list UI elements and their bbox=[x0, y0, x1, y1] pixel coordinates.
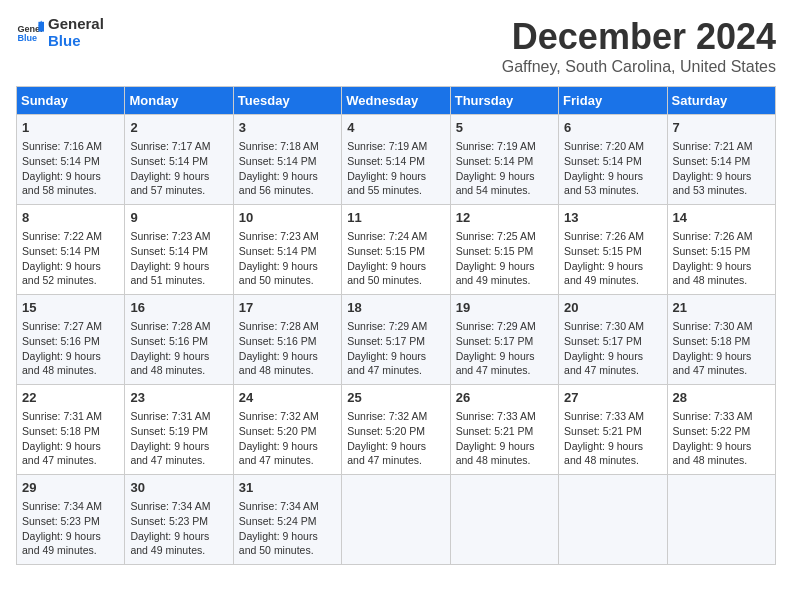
sunrise-text: Sunrise: 7:30 AM bbox=[673, 319, 770, 334]
sunset-text: Sunset: 5:24 PM bbox=[239, 514, 336, 529]
calendar-cell: 27Sunrise: 7:33 AMSunset: 5:21 PMDayligh… bbox=[559, 385, 667, 475]
daylight-text: Daylight: 9 hours and 47 minutes. bbox=[347, 349, 444, 378]
sunrise-text: Sunrise: 7:33 AM bbox=[456, 409, 553, 424]
day-number: 29 bbox=[22, 479, 119, 497]
calendar-body: 1Sunrise: 7:16 AMSunset: 5:14 PMDaylight… bbox=[17, 115, 776, 565]
daylight-text: Daylight: 9 hours and 48 minutes. bbox=[456, 439, 553, 468]
logo-general: General bbox=[48, 16, 104, 33]
calendar-cell: 20Sunrise: 7:30 AMSunset: 5:17 PMDayligh… bbox=[559, 295, 667, 385]
calendar-cell bbox=[450, 475, 558, 565]
calendar-title: December 2024 bbox=[502, 16, 776, 58]
daylight-text: Daylight: 9 hours and 49 minutes. bbox=[130, 529, 227, 558]
sunrise-text: Sunrise: 7:34 AM bbox=[239, 499, 336, 514]
daylight-text: Daylight: 9 hours and 47 minutes. bbox=[564, 349, 661, 378]
week-row-3: 15Sunrise: 7:27 AMSunset: 5:16 PMDayligh… bbox=[17, 295, 776, 385]
sunrise-text: Sunrise: 7:29 AM bbox=[347, 319, 444, 334]
daylight-text: Daylight: 9 hours and 52 minutes. bbox=[22, 259, 119, 288]
sunrise-text: Sunrise: 7:16 AM bbox=[22, 139, 119, 154]
day-number: 1 bbox=[22, 119, 119, 137]
sunrise-text: Sunrise: 7:31 AM bbox=[22, 409, 119, 424]
sunrise-text: Sunrise: 7:28 AM bbox=[239, 319, 336, 334]
calendar-cell: 14Sunrise: 7:26 AMSunset: 5:15 PMDayligh… bbox=[667, 205, 775, 295]
sunset-text: Sunset: 5:19 PM bbox=[130, 424, 227, 439]
header-day-sunday: Sunday bbox=[17, 87, 125, 115]
day-number: 7 bbox=[673, 119, 770, 137]
header-day-monday: Monday bbox=[125, 87, 233, 115]
day-number: 19 bbox=[456, 299, 553, 317]
calendar-cell: 25Sunrise: 7:32 AMSunset: 5:20 PMDayligh… bbox=[342, 385, 450, 475]
week-row-5: 29Sunrise: 7:34 AMSunset: 5:23 PMDayligh… bbox=[17, 475, 776, 565]
daylight-text: Daylight: 9 hours and 47 minutes. bbox=[22, 439, 119, 468]
daylight-text: Daylight: 9 hours and 48 minutes. bbox=[564, 439, 661, 468]
sunset-text: Sunset: 5:21 PM bbox=[564, 424, 661, 439]
day-number: 27 bbox=[564, 389, 661, 407]
day-number: 15 bbox=[22, 299, 119, 317]
calendar-cell: 23Sunrise: 7:31 AMSunset: 5:19 PMDayligh… bbox=[125, 385, 233, 475]
calendar-cell: 28Sunrise: 7:33 AMSunset: 5:22 PMDayligh… bbox=[667, 385, 775, 475]
daylight-text: Daylight: 9 hours and 51 minutes. bbox=[130, 259, 227, 288]
sunset-text: Sunset: 5:23 PM bbox=[22, 514, 119, 529]
calendar-cell: 1Sunrise: 7:16 AMSunset: 5:14 PMDaylight… bbox=[17, 115, 125, 205]
sunrise-text: Sunrise: 7:20 AM bbox=[564, 139, 661, 154]
day-number: 4 bbox=[347, 119, 444, 137]
daylight-text: Daylight: 9 hours and 48 minutes. bbox=[673, 439, 770, 468]
sunset-text: Sunset: 5:14 PM bbox=[564, 154, 661, 169]
day-number: 30 bbox=[130, 479, 227, 497]
header: General Blue General Blue December 2024 … bbox=[16, 16, 776, 76]
sunrise-text: Sunrise: 7:33 AM bbox=[564, 409, 661, 424]
sunrise-text: Sunrise: 7:24 AM bbox=[347, 229, 444, 244]
sunrise-text: Sunrise: 7:22 AM bbox=[22, 229, 119, 244]
week-row-4: 22Sunrise: 7:31 AMSunset: 5:18 PMDayligh… bbox=[17, 385, 776, 475]
calendar-cell: 9Sunrise: 7:23 AMSunset: 5:14 PMDaylight… bbox=[125, 205, 233, 295]
svg-text:Blue: Blue bbox=[17, 33, 37, 43]
sunrise-text: Sunrise: 7:17 AM bbox=[130, 139, 227, 154]
day-number: 17 bbox=[239, 299, 336, 317]
day-number: 2 bbox=[130, 119, 227, 137]
sunset-text: Sunset: 5:17 PM bbox=[564, 334, 661, 349]
calendar-cell: 3Sunrise: 7:18 AMSunset: 5:14 PMDaylight… bbox=[233, 115, 341, 205]
calendar-header: SundayMondayTuesdayWednesdayThursdayFrid… bbox=[17, 87, 776, 115]
sunrise-text: Sunrise: 7:34 AM bbox=[22, 499, 119, 514]
day-number: 12 bbox=[456, 209, 553, 227]
sunset-text: Sunset: 5:14 PM bbox=[456, 154, 553, 169]
day-number: 18 bbox=[347, 299, 444, 317]
calendar-cell: 30Sunrise: 7:34 AMSunset: 5:23 PMDayligh… bbox=[125, 475, 233, 565]
calendar-cell: 21Sunrise: 7:30 AMSunset: 5:18 PMDayligh… bbox=[667, 295, 775, 385]
sunset-text: Sunset: 5:14 PM bbox=[130, 154, 227, 169]
daylight-text: Daylight: 9 hours and 48 minutes. bbox=[673, 259, 770, 288]
day-number: 16 bbox=[130, 299, 227, 317]
calendar-cell: 31Sunrise: 7:34 AMSunset: 5:24 PMDayligh… bbox=[233, 475, 341, 565]
calendar-cell: 10Sunrise: 7:23 AMSunset: 5:14 PMDayligh… bbox=[233, 205, 341, 295]
calendar-cell: 6Sunrise: 7:20 AMSunset: 5:14 PMDaylight… bbox=[559, 115, 667, 205]
calendar-cell: 17Sunrise: 7:28 AMSunset: 5:16 PMDayligh… bbox=[233, 295, 341, 385]
daylight-text: Daylight: 9 hours and 47 minutes. bbox=[347, 439, 444, 468]
calendar-cell: 5Sunrise: 7:19 AMSunset: 5:14 PMDaylight… bbox=[450, 115, 558, 205]
sunrise-text: Sunrise: 7:23 AM bbox=[239, 229, 336, 244]
daylight-text: Daylight: 9 hours and 56 minutes. bbox=[239, 169, 336, 198]
day-number: 23 bbox=[130, 389, 227, 407]
day-number: 6 bbox=[564, 119, 661, 137]
sunset-text: Sunset: 5:22 PM bbox=[673, 424, 770, 439]
calendar-cell: 2Sunrise: 7:17 AMSunset: 5:14 PMDaylight… bbox=[125, 115, 233, 205]
sunset-text: Sunset: 5:16 PM bbox=[130, 334, 227, 349]
daylight-text: Daylight: 9 hours and 48 minutes. bbox=[130, 349, 227, 378]
logo-icon: General Blue bbox=[16, 19, 44, 47]
daylight-text: Daylight: 9 hours and 50 minutes. bbox=[347, 259, 444, 288]
sunset-text: Sunset: 5:15 PM bbox=[564, 244, 661, 259]
day-number: 22 bbox=[22, 389, 119, 407]
daylight-text: Daylight: 9 hours and 53 minutes. bbox=[564, 169, 661, 198]
calendar-table: SundayMondayTuesdayWednesdayThursdayFrid… bbox=[16, 86, 776, 565]
header-day-friday: Friday bbox=[559, 87, 667, 115]
sunrise-text: Sunrise: 7:18 AM bbox=[239, 139, 336, 154]
daylight-text: Daylight: 9 hours and 47 minutes. bbox=[673, 349, 770, 378]
daylight-text: Daylight: 9 hours and 49 minutes. bbox=[22, 529, 119, 558]
sunset-text: Sunset: 5:20 PM bbox=[239, 424, 336, 439]
sunset-text: Sunset: 5:21 PM bbox=[456, 424, 553, 439]
day-number: 24 bbox=[239, 389, 336, 407]
calendar-cell: 22Sunrise: 7:31 AMSunset: 5:18 PMDayligh… bbox=[17, 385, 125, 475]
daylight-text: Daylight: 9 hours and 48 minutes. bbox=[22, 349, 119, 378]
calendar-subtitle: Gaffney, South Carolina, United States bbox=[502, 58, 776, 76]
day-number: 10 bbox=[239, 209, 336, 227]
calendar-cell: 8Sunrise: 7:22 AMSunset: 5:14 PMDaylight… bbox=[17, 205, 125, 295]
day-number: 21 bbox=[673, 299, 770, 317]
